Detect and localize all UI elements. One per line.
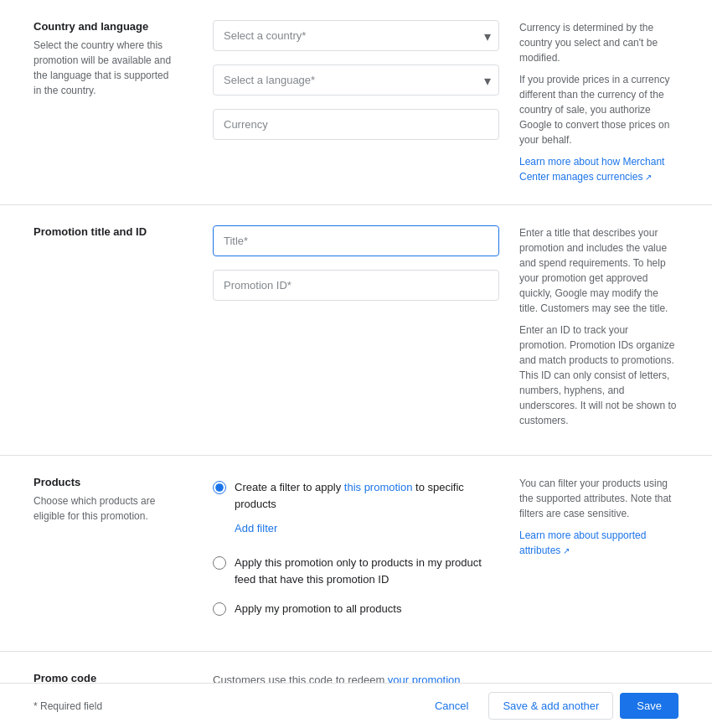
currency-help-text-1: Currency is determined by the country yo… <box>519 20 678 65</box>
section-center-promo-title <box>193 225 519 435</box>
radio-all-item[interactable]: Apply my promotion to all products <box>213 601 499 617</box>
section-left-promo-title: Promotion title and ID <box>34 225 193 435</box>
country-language-description: Select the country where this promotion … <box>34 38 179 98</box>
radio-feed-label: Apply this promotion only to products in… <box>235 555 499 587</box>
promotion-id-input[interactable] <box>213 270 499 301</box>
products-title: Products <box>34 476 179 488</box>
promotion-title-heading: Promotion title and ID <box>34 225 179 238</box>
cancel-button[interactable]: Cancel <box>421 693 482 719</box>
title-input[interactable] <box>213 225 499 256</box>
currency-field <box>213 109 499 140</box>
section-right-country: Currency is determined by the country yo… <box>519 20 678 184</box>
products-radio-group: Create a filter to apply this promotion … <box>213 479 499 617</box>
radio-feed-input[interactable] <box>213 556 226 570</box>
currency-help-text-2: If you provide prices in a currency diff… <box>519 72 678 147</box>
country-select-field: Select a country* ▾ <box>213 20 499 51</box>
radio-feed-item[interactable]: Apply this promotion only to products in… <box>213 555 499 587</box>
section-right-products: You can filter your products using the s… <box>519 476 678 631</box>
required-field-note: * Required field <box>34 700 102 712</box>
radio-filter-input[interactable] <box>213 481 226 494</box>
products-section: Products Choose which products are eligi… <box>0 456 712 652</box>
section-left-products: Products Choose which products are eligi… <box>34 476 193 631</box>
main-content: Country and language Select the country … <box>0 0 712 728</box>
country-language-section: Country and language Select the country … <box>0 0 712 205</box>
footer: * Required field Cancel Save & add anoth… <box>0 683 712 728</box>
title-field <box>213 225 499 256</box>
currency-input[interactable] <box>213 109 499 140</box>
currency-help-link[interactable]: Learn more about how Merchant Center man… <box>519 156 664 183</box>
language-select-wrapper[interactable]: Select a language* ▾ <box>213 65 499 96</box>
products-help-text: You can filter your products using the s… <box>519 476 678 521</box>
radio-all-input[interactable] <box>213 602 226 616</box>
promo-title-help-2: Enter an ID to track your promotion. Pro… <box>519 323 678 428</box>
language-select-field: Select a language* ▾ <box>213 65 499 96</box>
save-button[interactable]: Save <box>620 693 678 719</box>
country-language-title: Country and language <box>34 20 179 33</box>
radio-filter-item[interactable]: Create a filter to apply this promotion … <box>213 479 499 512</box>
country-select-wrapper[interactable]: Select a country* ▾ <box>213 20 499 51</box>
country-select[interactable]: Select a country* <box>213 20 499 51</box>
section-left-country: Country and language Select the country … <box>34 20 193 184</box>
promotion-title-section: Promotion title and ID Enter a title tha… <box>0 205 712 456</box>
products-description: Choose which products are eligible for t… <box>34 493 179 524</box>
language-select[interactable]: Select a language* <box>213 65 499 96</box>
add-filter-link[interactable]: Add filter <box>235 522 277 534</box>
radio-filter-link[interactable]: this promotion <box>344 481 413 493</box>
products-help-link[interactable]: Learn more about supported attributes <box>519 529 646 556</box>
radio-filter-label: Create a filter to apply this promotion … <box>235 479 499 512</box>
section-right-promo-title: Enter a title that describes your promot… <box>519 225 678 435</box>
save-add-button[interactable]: Save & add another <box>488 692 613 720</box>
footer-actions: Cancel Save & add another Save <box>421 692 678 720</box>
section-center-products: Create a filter to apply this promotion … <box>193 476 519 631</box>
promo-title-help-1: Enter a title that describes your promot… <box>519 225 678 316</box>
radio-all-label: Apply my promotion to all products <box>235 601 401 617</box>
promotion-id-field <box>213 270 499 301</box>
section-center-country: Select a country* ▾ Select a language* ▾ <box>193 20 519 184</box>
